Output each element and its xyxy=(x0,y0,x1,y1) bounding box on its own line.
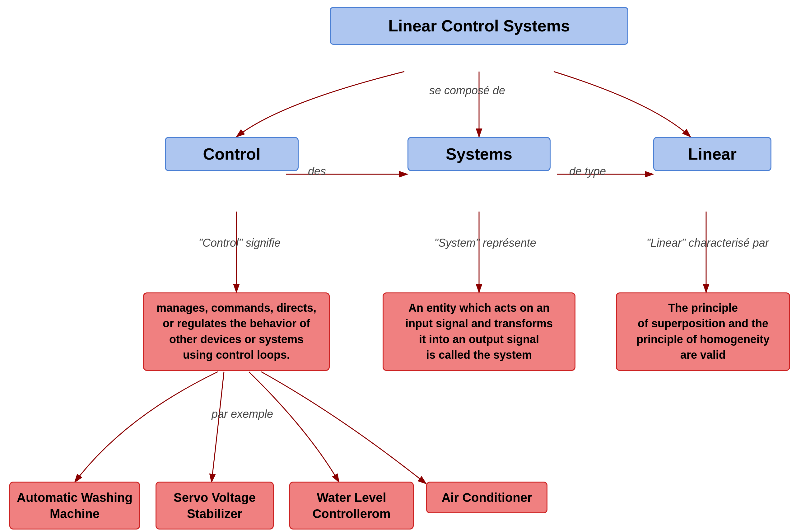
label-de-type: de type xyxy=(569,165,606,178)
linear-label: Linear xyxy=(688,145,736,163)
control-label: Control xyxy=(203,145,261,163)
water-node: Water Level Controllerom xyxy=(289,482,414,530)
root-node: Linear Control Systems xyxy=(330,7,628,45)
label-control-signifie: "Control" signifie xyxy=(177,237,302,249)
label-des: des xyxy=(308,165,326,178)
label-system-represente: "System" représente xyxy=(423,237,548,249)
system-def-node: An entity which acts on an input signal … xyxy=(383,292,576,371)
label-se-compose: se composé de xyxy=(429,84,505,97)
air-label: Air Conditioner xyxy=(441,490,532,504)
root-label: Linear Control Systems xyxy=(388,17,570,35)
linear-node: Linear xyxy=(653,137,772,171)
label-linear-caracterise: "Linear" characterisé par xyxy=(638,237,778,249)
control-node: Control xyxy=(165,137,298,171)
control-def-node: manages, commands, directs, or regulates… xyxy=(143,292,330,371)
washing-label: Automatic Washing Machine xyxy=(17,490,132,520)
system-def-label: An entity which acts on an input signal … xyxy=(405,302,553,361)
systems-label: Systems xyxy=(446,145,512,163)
air-node: Air Conditioner xyxy=(426,482,548,513)
label-par-exemple: par exemple xyxy=(212,407,273,421)
servo-label: Servo Voltage Stabilizer xyxy=(174,490,256,520)
control-def-label: manages, commands, directs, or regulates… xyxy=(157,302,317,361)
linear-def-label: The principle of superposition and the p… xyxy=(636,302,770,361)
systems-node: Systems xyxy=(407,137,551,171)
linear-def-node: The principle of superposition and the p… xyxy=(616,292,790,371)
washing-node: Automatic Washing Machine xyxy=(9,482,140,530)
water-label: Water Level Controllerom xyxy=(312,490,390,520)
servo-node: Servo Voltage Stabilizer xyxy=(156,482,274,530)
